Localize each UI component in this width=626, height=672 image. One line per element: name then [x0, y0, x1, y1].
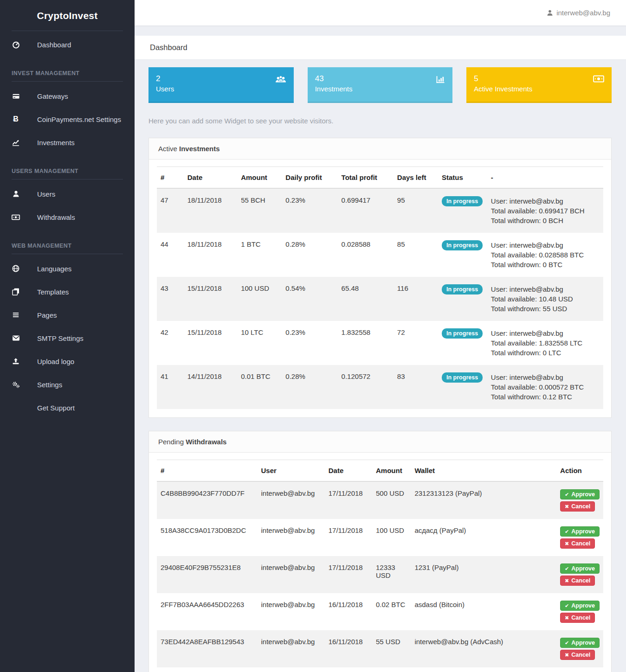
withdrawal-id: 518A38CC9A0173D0B2DC	[157, 519, 258, 556]
cancel-button[interactable]: Cancel	[560, 576, 595, 586]
investment-total-withdrawn: Total withdrown: 0 BCH	[491, 216, 600, 225]
sidebar-item-gateways[interactable]: Gateways	[0, 84, 135, 108]
sidebar-item-withdrawals[interactable]: Withdrawals	[0, 205, 135, 229]
sidebar-item-templates[interactable]: Templates	[0, 280, 135, 303]
withdrawal-date: 17/11/2018	[325, 556, 372, 593]
sidebar-item-label: Pages	[37, 311, 57, 319]
cancel-button[interactable]: Cancel	[560, 538, 595, 549]
no-icon	[12, 403, 20, 412]
status-badge: In progress	[442, 372, 483, 383]
investment-daily-profit: 0.28%	[282, 233, 337, 277]
column-header: Wallet	[411, 460, 556, 482]
main-area: interweb@abv.bg Dashboard 2 Users	[135, 0, 626, 672]
approve-button[interactable]: Approve	[560, 601, 600, 611]
user-icon	[547, 9, 553, 16]
investment-status-cell: In progress	[438, 233, 487, 277]
investment-days-left: 95	[394, 188, 438, 233]
stat-cards: 2 Users 43 Investments	[148, 67, 612, 103]
investment-total-withdrawn: Total withdrown: 0 LTC	[491, 348, 600, 358]
investment-days-left: 83	[394, 365, 438, 409]
column-header: Daily profit	[282, 167, 337, 189]
divider	[12, 81, 123, 82]
investment-total-available: Total available: 0.000572 BTC	[491, 382, 600, 392]
credit-card-icon	[12, 92, 20, 100]
status-badge: In progress	[442, 196, 483, 206]
sidebar-item-label: Withdrawals	[37, 213, 75, 221]
sidebar-nav: DashboardINVEST MANAGEMENTGatewaysɃCoinP…	[0, 33, 135, 419]
investment-user-details: User: interweb@abv.bg Total available: 1…	[487, 321, 603, 365]
status-badge: In progress	[442, 328, 483, 339]
withdrawal-date: 15/11/2018	[325, 667, 372, 672]
column-header: Date	[184, 167, 237, 189]
withdrawal-date: 17/11/2018	[325, 519, 372, 556]
investment-total-available: Total available: 1.832558 LTC	[491, 338, 600, 348]
sidebar-item-upload-logo[interactable]: Upload logo	[0, 350, 135, 373]
investment-daily-profit: 0.54%	[282, 277, 337, 321]
sidebar-item-users[interactable]: Users	[0, 182, 135, 205]
investment-amount: 0.01 BTC	[237, 365, 282, 409]
sidebar-item-dashboard[interactable]: Dashboard	[0, 33, 135, 56]
sidebar-item-pages[interactable]: Pages	[0, 303, 135, 326]
x-icon	[565, 652, 569, 658]
sidebar-item-smtp-settings[interactable]: SMTP Settings	[0, 326, 135, 350]
sidebar-item-get-support[interactable]: Get Support	[0, 396, 135, 419]
investment-user: User: interweb@abv.bg	[491, 240, 600, 250]
withdrawal-id: C4B8BB990423F770DD7F	[157, 481, 258, 519]
column-header: -	[487, 167, 603, 189]
approve-button[interactable]: Approve	[560, 563, 600, 574]
sidebar-item-coinpayments-settings[interactable]: ɃCoinPayments.net Settings	[0, 108, 135, 131]
pending-withdrawals-body: #UserDateAmountWalletAction C4B8BB990423…	[149, 453, 611, 672]
withdrawal-row: 2DBF95B5C5289B340CD5 interweb@abv.bg 15/…	[157, 667, 603, 672]
investment-total-withdrawn: Total withdrown: 0.12 BTC	[491, 392, 600, 402]
money-icon	[12, 213, 20, 221]
investment-total-profit: 0.699417	[338, 188, 394, 233]
cancel-button[interactable]: Cancel	[560, 650, 595, 660]
column-header: Total profit	[338, 167, 394, 189]
cancel-button[interactable]: Cancel	[560, 501, 595, 512]
stat-value: 2	[156, 73, 174, 85]
sidebar-item-investments[interactable]: Investments	[0, 131, 135, 154]
investment-date: 14/11/2018	[184, 365, 237, 409]
stat-card-users[interactable]: 2 Users	[148, 67, 294, 103]
approve-button[interactable]: Approve	[560, 489, 600, 499]
investment-user: User: interweb@abv.bg	[491, 328, 600, 338]
money-icon	[593, 75, 604, 97]
approve-button[interactable]: Approve	[560, 638, 600, 648]
sidebar-item-languages[interactable]: Languages	[0, 257, 135, 280]
investment-days-left: 116	[394, 277, 438, 321]
column-header: Status	[438, 167, 487, 189]
cancel-button[interactable]: Cancel	[560, 613, 595, 623]
investment-id: 47	[157, 188, 184, 233]
column-header: User	[258, 460, 325, 482]
withdrawal-wallet: asdasd (Bitcoin)	[411, 593, 556, 630]
withdrawal-amount: 12333 USD	[372, 556, 411, 593]
stat-card-active-investments[interactable]: 5 Active Investments	[466, 67, 612, 103]
withdrawal-user: interweb@abv.bg	[258, 519, 325, 556]
status-badge: In progress	[442, 240, 483, 250]
x-icon	[565, 614, 569, 621]
sidebar-section-title: USERS MANAGEMENT	[0, 154, 135, 179]
divider	[12, 254, 123, 254]
investment-user-details: User: interweb@abv.bg Total available: 0…	[487, 188, 603, 233]
sidebar-item-label: Investments	[37, 139, 75, 147]
investment-total-profit: 1.832558	[338, 321, 394, 365]
investment-amount: 1 BTC	[237, 233, 282, 277]
investment-total-profit: 0.120572	[338, 365, 394, 409]
check-icon	[565, 528, 569, 535]
withdrawal-amount: 0.02 BTC	[372, 593, 411, 630]
sidebar-item-label: Languages	[37, 265, 71, 273]
stat-card-investments[interactable]: 43 Investments	[308, 67, 453, 103]
stat-label: Investments	[315, 85, 353, 93]
investment-daily-profit: 0.28%	[282, 365, 337, 409]
withdrawal-wallet: 1231 (PayPal)	[411, 556, 556, 593]
investment-total-available: Total available: 10.48 USD	[491, 294, 600, 304]
active-investments-panel: Active Investments #DateAmountDaily prof…	[148, 138, 612, 418]
sidebar-item-settings[interactable]: Settings	[0, 373, 135, 396]
list-icon	[12, 311, 20, 319]
investment-user: User: interweb@abv.bg	[491, 372, 600, 382]
user-menu[interactable]: interweb@abv.bg	[547, 9, 610, 17]
active-investments-title: Active Investments	[149, 138, 611, 160]
approve-button[interactable]: Approve	[560, 526, 600, 537]
sidebar-item-label: CoinPayments.net Settings	[37, 115, 121, 123]
sidebar: CryptoInvest DashboardINVEST MANAGEMENTG…	[0, 0, 135, 672]
